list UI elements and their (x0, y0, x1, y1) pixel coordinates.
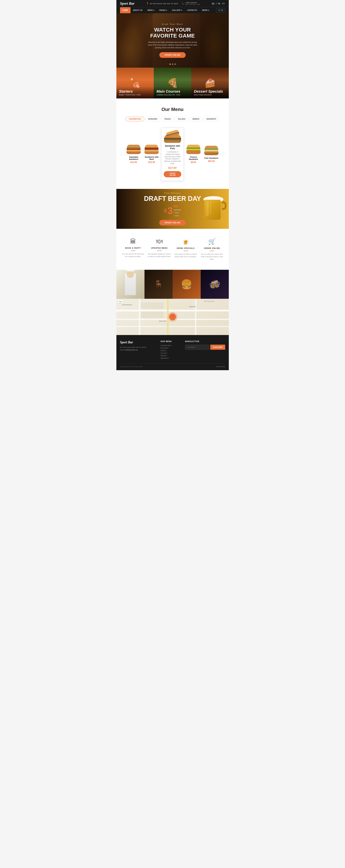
google-icon[interactable]: G+ (222, 2, 225, 5)
category-main-desc: Available Every Day 9:00 - 23:00 (156, 94, 189, 96)
tab-burgers[interactable]: BURGERS (145, 117, 160, 121)
item-beef-name: Sandwich with Beef (144, 156, 159, 160)
tab-drinks[interactable]: DRINKS (189, 117, 202, 121)
cart-button[interactable]: 🛒 (0) (216, 8, 225, 12)
footer-link-sandwiches[interactable]: SANDWICHES / (160, 345, 180, 346)
nav-gallery[interactable]: GALLERY ▾ (169, 7, 185, 13)
footer-link-drinks[interactable]: DRINKS / (160, 355, 180, 356)
nav-menu[interactable]: MENU ▾ (145, 7, 157, 13)
nav-pages[interactable]: PAGES ▾ (157, 7, 169, 13)
menu-item-cheese[interactable]: Cheese Sandwich $9.50 (185, 143, 201, 165)
footer-link-salads[interactable]: SALADS / (160, 352, 180, 354)
party-icon: 🏛 (122, 238, 145, 245)
nav-links: HOME ABOUT US MENU ▾ PAGES ▾ GALLERY ▾ C… (120, 7, 212, 13)
dot-2[interactable] (172, 63, 173, 65)
footer-copyright: Car at Bar. All 2017 | Privacy Policy (120, 366, 143, 368)
category-starters[interactable]: 🍖 Starters Burger + French Fries + Drink (116, 68, 154, 98)
feature-order: 🛒 ORDER ONLINE You can order any snack, … (199, 238, 225, 261)
footer-brand: Sport Bar 257 Park Avenue New York, NY 9… (120, 340, 156, 360)
menu-item-beef[interactable]: Sandwich with Beef $10.99 (144, 143, 160, 165)
hours-text: Mon - Sat: 9:00 - 18:00 (185, 4, 200, 5)
footer-address-text: 257 Park Avenue New York, NY 90210 (120, 346, 146, 348)
hero-order-button[interactable]: ORDER ONLINE (159, 52, 186, 58)
item-pork-order-button[interactable]: ORDER ONLINE (164, 171, 181, 177)
footer-menu-col: OUR MENU SANDWICHES / BURGERS / PIZZAS /… (160, 340, 180, 360)
address-text: 287 Park Avenue, New York, NY 90210 (150, 3, 178, 4)
twitter-icon[interactable]: 🐦 (218, 2, 221, 5)
footer-newsletter-col: NEWSLETTER SUBSCRIBE (185, 340, 225, 360)
tab-desserts[interactable]: DESSERTS (203, 117, 219, 121)
feature-party-name: BOOK A PARTY (122, 247, 145, 249)
item-fish-price: $25.00 (204, 160, 219, 162)
pin-icon: 📍 (146, 2, 149, 5)
item-pork-desc: A combination of roasting, then baking s… (164, 151, 181, 165)
tab-sandwiches[interactable]: SANDWICHES (126, 117, 144, 121)
menu-item-fish[interactable]: Fish Sandwich $25.00 (203, 144, 220, 164)
phone-text: 1-800-1234-567 (185, 2, 200, 4)
newsletter-email-input[interactable] (185, 345, 210, 350)
category-starters-title: Starters (119, 89, 151, 94)
item-fish-name: Fish Sandwich (204, 157, 219, 159)
feature-drinks-desc: Every week we offer our clients special … (174, 253, 197, 258)
nav-home[interactable]: HOME (120, 7, 130, 13)
gallery-burger[interactable]: 🍔 (172, 270, 201, 299)
phone-icon: 📞 (182, 2, 184, 5)
menu-items-container: ‹ Vegetable Sandwich $12.50 Sandwich (120, 128, 225, 181)
gallery-chef[interactable] (116, 270, 145, 299)
phone-info: 📞 1-800-1234-567 Mon - Sat: 9:00 - 18:00 (182, 2, 200, 5)
tab-pizzas[interactable]: PIZZAS (161, 117, 174, 121)
footer-link-pizzas[interactable]: PIZZAS / (160, 350, 180, 351)
item-pork-name: Sandwich with Pork (164, 145, 181, 150)
instagram-icon[interactable]: 📷 (212, 2, 215, 5)
hero-content: Grab Your Beer WATCH YOUR FAVORITE GAME … (144, 23, 201, 58)
newsletter-subscribe-button[interactable]: SUBSCRIBE (210, 345, 225, 350)
feature-menu-name: UPDATED MENU (148, 247, 171, 249)
footer-menu-title: OUR MENU (160, 340, 180, 342)
menu-nav-right[interactable]: › (221, 152, 225, 156)
nav-contacts[interactable]: CONTACTS (185, 7, 199, 13)
feature-menu-desc: We regularly update our menus so that yo… (148, 253, 171, 258)
menu-item-pork-featured[interactable]: Sandwich with Pork A combination of roas… (161, 128, 184, 181)
menu-nav-left[interactable]: ‹ (120, 152, 124, 156)
beer-banner: Free Delivery DRAFT BEER DAY $ 3 99 Sand… (116, 189, 229, 229)
map-controls[interactable]: Map (118, 300, 123, 303)
gallery-interior[interactable]: 🪑 (145, 270, 172, 299)
feature-party: 🏛 BOOK A PARTY You can reserve the whole… (120, 238, 146, 261)
feature-menu: 🍽 UPDATED MENU We regularly update our m… (146, 238, 172, 261)
footer-link-burgers[interactable]: BURGERS / (160, 347, 180, 349)
item-cheese-name: Cheese Sandwich (186, 156, 201, 160)
footer-link-desserts[interactable]: DESSERTS (160, 357, 180, 359)
beer-items-list: Sandwich + Drink + Drive (174, 209, 181, 217)
dot-1[interactable] (169, 63, 171, 65)
beer-dollar: $ (164, 207, 167, 214)
category-main[interactable]: 🍕 Main Courses Available Every Day 9:00 … (154, 68, 191, 98)
footer-privacy-link[interactable]: Privacy Policy (216, 366, 225, 368)
tab-salads[interactable]: SALADS (175, 117, 188, 121)
dot-3[interactable] (175, 63, 176, 65)
category-dessert[interactable]: 🍰 Dessert Specials Every Friday Only $0.… (191, 68, 229, 98)
menu-tabs: SANDWICHES BURGERS PIZZAS SALADS DRINKS … (120, 117, 225, 121)
beer-order-button[interactable]: ORDER ONLINE (159, 220, 186, 225)
feature-drinks: 🍺 DRINK SPECIALS Every week we offer our… (172, 238, 199, 261)
footer-email-text: Email: info@sportsbar.org (120, 349, 138, 351)
hero-dots (169, 63, 176, 65)
menu-update-icon: 🍽 (148, 238, 171, 245)
cart-count: (0) (221, 9, 223, 11)
nav-news[interactable]: NEWS ▾ (199, 7, 212, 13)
beer-label: Free Delivery (144, 192, 201, 194)
menu-title: Our Menu (120, 106, 225, 112)
gallery-beer-tap[interactable]: 🍻 (201, 270, 229, 299)
address-info: 📍 287 Park Avenue, New York, NY 90210 (146, 2, 178, 5)
footer-logo: Sport Bar (120, 340, 156, 344)
map-pin[interactable]: 📍 (169, 313, 176, 320)
footer-bottom: Car at Bar. All 2017 | Privacy Policy Pr… (120, 364, 225, 368)
nav-about[interactable]: ABOUT US (130, 7, 145, 13)
menu-item-vegetable[interactable]: Vegetable Sandwich $12.50 (125, 143, 142, 165)
item-vegetable-price: $12.50 (126, 161, 141, 163)
hero-subtitle: Grab Your Beer (144, 23, 201, 25)
item-beef-price: $10.99 (144, 161, 159, 163)
facebook-icon[interactable]: f (216, 2, 216, 5)
categories-section: 🍖 Starters Burger + French Fries + Drink… (116, 68, 229, 98)
category-dessert-title: Dessert Specials (194, 89, 226, 94)
menu-section: Our Menu SANDWICHES BURGERS PIZZAS SALAD… (116, 98, 229, 189)
